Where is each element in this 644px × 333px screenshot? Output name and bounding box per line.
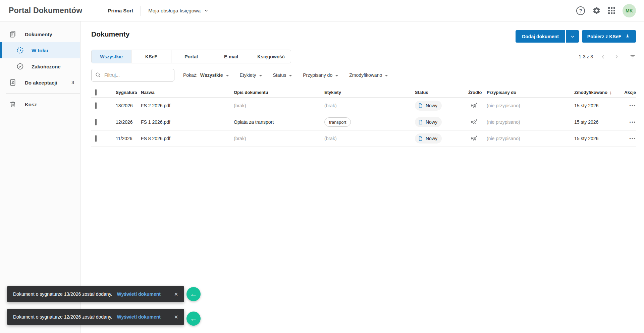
sidebar-item-dokumenty[interactable]: Dokumenty bbox=[0, 26, 80, 42]
filter-list-icon[interactable] bbox=[629, 53, 636, 60]
cell-signature: 12/2026 bbox=[116, 119, 141, 125]
col-etykiety[interactable]: Etykiety bbox=[324, 90, 415, 95]
sort-desc-icon: ↓ bbox=[609, 90, 612, 95]
chevron-down-icon bbox=[204, 8, 209, 13]
chevron-down-icon bbox=[385, 75, 388, 76]
table-row[interactable]: 13/2026 FS 2 2026.pdf (brak) (brak) Nowy bbox=[91, 98, 636, 114]
close-icon[interactable]: × bbox=[173, 314, 179, 320]
col-przypisany[interactable]: Przypisany do bbox=[487, 90, 574, 95]
add-document-button[interactable]: Dodaj dokument bbox=[516, 30, 565, 43]
sidebar-item-zakonczone[interactable]: Zakończone bbox=[0, 58, 80, 74]
status-filter-label: Status bbox=[273, 72, 286, 78]
toast-notification: Dokument o sygnaturze 12/2026 został dod… bbox=[7, 309, 184, 325]
modified-filter-label: Zmodyfikowano bbox=[349, 72, 382, 78]
col-sygnatura[interactable]: Sygnatura bbox=[116, 90, 141, 95]
status-filter-dropdown[interactable]: Status bbox=[273, 72, 292, 78]
status-chip: Nowy bbox=[415, 117, 442, 127]
col-status[interactable]: Status bbox=[415, 90, 468, 95]
table-row[interactable]: 12/2026 FS 1 2026.pdf Opłata za transpor… bbox=[91, 114, 636, 130]
tab-portal[interactable]: Portal bbox=[171, 50, 211, 63]
apps-grid-icon[interactable] bbox=[608, 7, 615, 14]
cell-assigned: (nie przypisano) bbox=[487, 119, 574, 125]
org-selector[interactable]: Moja obsługa księgowa bbox=[148, 8, 209, 13]
gear-icon[interactable] bbox=[592, 6, 601, 15]
document-icon bbox=[418, 103, 423, 108]
appbar-divider bbox=[141, 6, 141, 16]
tab-wszystkie[interactable]: Wszystkie bbox=[91, 50, 131, 63]
next-page-icon[interactable] bbox=[613, 53, 620, 60]
row-checkbox[interactable] bbox=[95, 102, 97, 109]
table-row[interactable]: 11/2026 FS 8 2026.pdf (brak) (brak) Nowy bbox=[91, 130, 636, 147]
appbar-actions: ? MK bbox=[576, 4, 636, 17]
labels-filter-dropdown[interactable]: Etykiety bbox=[240, 72, 262, 78]
cell-description: (brak) bbox=[234, 103, 324, 108]
chevron-down-icon bbox=[259, 75, 262, 76]
sidebar-item-do-akceptacji[interactable]: Do akceptacji 3 bbox=[0, 74, 80, 91]
cell-modified: 15 sty 2026 bbox=[574, 136, 621, 141]
sidebar-item-w-toku[interactable]: W toku bbox=[0, 42, 80, 58]
show-filter-label: Pokaż: bbox=[183, 72, 198, 78]
row-checkbox[interactable] bbox=[95, 135, 97, 142]
status-label: Nowy bbox=[426, 103, 437, 108]
label-chip: transport bbox=[324, 117, 351, 127]
modified-filter-dropdown[interactable]: Zmodyfikowano bbox=[349, 72, 388, 78]
assign-person-icon[interactable] bbox=[471, 135, 478, 142]
col-nazwa[interactable]: Nazwa bbox=[141, 90, 234, 95]
arrow-left-pointer-icon: ← bbox=[186, 312, 201, 326]
cell-signature: 13/2026 bbox=[116, 103, 141, 108]
assign-person-icon[interactable] bbox=[471, 118, 478, 126]
tenant-name: Prima Sort bbox=[108, 8, 133, 13]
download-icon bbox=[625, 34, 631, 40]
col-zmodyfikowano[interactable]: Zmodyfikowano ↓ bbox=[574, 90, 621, 95]
help-icon[interactable]: ? bbox=[576, 6, 585, 15]
sidebar-item-label: Do akceptacji bbox=[25, 80, 57, 86]
row-actions-icon[interactable]: ••• bbox=[629, 120, 636, 125]
cell-name: FS 1 2026.pdf bbox=[141, 119, 234, 125]
tab-email[interactable]: E-mail bbox=[211, 50, 251, 63]
select-all-checkbox[interactable] bbox=[95, 89, 97, 96]
cell-signature: 11/2026 bbox=[116, 136, 141, 141]
add-document-menu-button[interactable] bbox=[566, 30, 579, 43]
chevron-down-icon bbox=[570, 34, 575, 39]
assign-person-icon[interactable] bbox=[471, 102, 478, 109]
document-person-icon bbox=[9, 78, 17, 87]
clock-pending-icon bbox=[16, 46, 24, 54]
sidebar-divider bbox=[6, 93, 80, 94]
check-circle-icon bbox=[16, 62, 24, 70]
cell-name: FS 2 2026.pdf bbox=[141, 103, 234, 108]
search-input[interactable] bbox=[91, 69, 174, 81]
tab-ksef[interactable]: KSeF bbox=[131, 50, 171, 63]
search-box bbox=[91, 69, 174, 81]
sidebar-item-label: Dokumenty bbox=[25, 32, 52, 37]
tab-ksiegowosc[interactable]: Księgowość bbox=[251, 50, 291, 63]
toast-view-document-link[interactable]: Wyświetl dokument bbox=[117, 291, 160, 297]
cell-labels: (brak) bbox=[324, 103, 415, 108]
sidebar-item-label: Zakończone bbox=[32, 64, 61, 69]
close-icon[interactable]: × bbox=[173, 291, 179, 297]
trash-icon bbox=[9, 100, 17, 108]
col-zrodlo[interactable]: Źródło bbox=[468, 90, 487, 95]
col-opis[interactable]: Opis dokumentu bbox=[234, 90, 324, 95]
row-actions-icon[interactable]: ••• bbox=[629, 136, 636, 141]
prev-page-icon[interactable] bbox=[600, 53, 606, 60]
pagination: 1-3 z 3 bbox=[579, 53, 636, 60]
chevron-down-icon bbox=[335, 75, 338, 76]
status-label: Nowy bbox=[426, 136, 437, 141]
cell-modified: 15 sty 2026 bbox=[574, 119, 621, 125]
show-filter-dropdown[interactable]: Pokaż: Wszystkie bbox=[183, 72, 229, 78]
cell-assigned: (nie przypisano) bbox=[487, 103, 574, 108]
page-actions: Dodaj dokument Pobierz z KSeF bbox=[516, 30, 636, 43]
toast-message: Dokument o sygnaturze 12/2026 został dod… bbox=[13, 314, 112, 320]
appbar: Portal Dokumentów Prima Sort Moja obsług… bbox=[0, 0, 644, 21]
sidebar-item-kosz[interactable]: Kosz bbox=[0, 96, 80, 112]
download-ksef-button[interactable]: Pobierz z KSeF bbox=[582, 30, 636, 43]
row-actions-icon[interactable]: ••• bbox=[629, 103, 636, 108]
pagination-range: 1-3 z 3 bbox=[579, 54, 593, 59]
avatar[interactable]: MK bbox=[623, 4, 636, 17]
row-checkbox[interactable] bbox=[95, 119, 97, 125]
search-icon bbox=[95, 71, 102, 80]
toast-view-document-link[interactable]: Wyświetl dokument bbox=[117, 314, 160, 320]
toast-message: Dokument o sygnaturze 13/2026 został dod… bbox=[13, 291, 112, 297]
assigned-filter-dropdown[interactable]: Przypisany do bbox=[303, 72, 338, 78]
col-zmodyfikowano-label: Zmodyfikowano bbox=[574, 90, 607, 95]
